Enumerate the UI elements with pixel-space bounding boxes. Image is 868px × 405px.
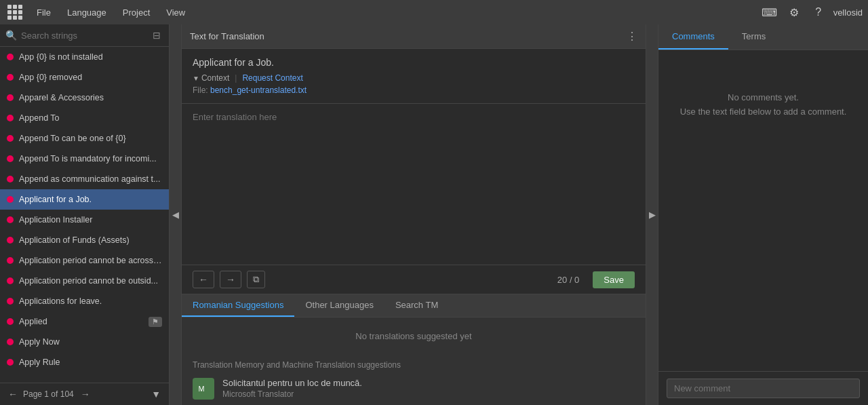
translation-panel-title: Text for Translation — [190, 31, 627, 41]
source-text-content: Applicant for a Job. — [193, 57, 635, 68]
translation-area — [182, 104, 646, 265]
suggestions-tab-other-languages[interactable]: Other Languages — [294, 294, 384, 317]
page-indicator: Page 1 of 104 — [23, 389, 74, 399]
suggestion-text[interactable]: Solicitantul pentru un loc de muncă. — [222, 378, 362, 388]
status-dot — [7, 318, 14, 325]
new-comment-input[interactable] — [667, 379, 860, 398]
suggestions-tabs: Romanian SuggestionsOther LanguagesSearc… — [182, 294, 646, 317]
sidebar-item-append-comm[interactable]: Append as communication against t... — [0, 169, 169, 189]
sidebar-item-applied[interactable]: Applied⚑ — [0, 311, 169, 332]
username: vellosid — [833, 7, 863, 18]
suggestion-item: M Solicitantul pentru un loc de muncă. M… — [182, 372, 646, 405]
menu-file[interactable]: File — [30, 5, 58, 20]
right-panel-tab-terms[interactable]: Terms — [728, 24, 779, 50]
sidebar-item-apparel[interactable]: Apparel & Accessories — [0, 88, 169, 108]
sidebar-footer: ← Page 1 of 104 → ▼ — [0, 383, 169, 405]
sidebar-item-append-to-one[interactable]: Append To can be one of {0} — [0, 128, 169, 149]
next-string-button[interactable]: → — [220, 271, 241, 288]
sidebar-item-app-not-installed[interactable]: App {0} is not installed — [0, 47, 169, 67]
sidebar-search-bar: 🔍 ⊟ — [0, 24, 169, 47]
sidebar-item-label: Append To — [19, 113, 162, 123]
status-dot — [7, 277, 14, 284]
right-panel-tabs: CommentsTerms — [658, 24, 868, 50]
file-label: File: — [193, 85, 208, 95]
sidebar-item-label: Application of Funds (Assets) — [19, 235, 162, 245]
character-counter: 20 / 0 — [557, 275, 580, 285]
right-panel-content: No comments yet. Use the text field belo… — [658, 50, 868, 371]
sidebar-item-apply-rule[interactable]: Apply Rule — [0, 352, 169, 372]
sidebar-item-label: App {0} removed — [19, 73, 162, 82]
save-button[interactable]: Save — [593, 271, 635, 288]
status-dot — [7, 298, 14, 305]
sidebar-item-label: Apparel & Accessories — [19, 93, 162, 102]
no-comments-line2: Use the text field below to add a commen… — [680, 105, 847, 119]
sidebar-item-label: Apply Rule — [19, 358, 162, 367]
prev-string-button[interactable]: ← — [193, 271, 214, 288]
sidebar-item-apply-now[interactable]: Apply Now — [0, 332, 169, 352]
status-dot — [7, 155, 14, 162]
more-options-button[interactable]: ⋮ — [627, 30, 637, 43]
file-row: File: bench_get-untranslated.txt — [193, 85, 635, 95]
sidebar-item-app-period-outside[interactable]: Application period cannot be outsid... — [0, 271, 169, 291]
filter-button[interactable]: ⊟ — [150, 28, 163, 42]
menu-view[interactable]: View — [159, 5, 192, 20]
svg-text:M: M — [199, 385, 205, 393]
right-panel-tab-comments[interactable]: Comments — [658, 24, 728, 50]
suggestion-source: Microsoft Translator — [222, 389, 362, 399]
sidebar-item-label: Application period cannot be across ... — [19, 256, 162, 265]
translation-toolbar: ← → ⧉ 20 / 0 Save — [182, 265, 646, 294]
suggestions-panel: Romanian SuggestionsOther LanguagesSearc… — [182, 294, 646, 405]
sidebar-item-app-period-across[interactable]: Application period cannot be across ... — [0, 250, 169, 271]
status-dot — [7, 54, 14, 60]
suggestions-tab-search-tm[interactable]: Search TM — [384, 294, 449, 317]
sidebar-item-app-installer[interactable]: Application Installer — [0, 210, 169, 230]
scroll-down-button[interactable]: ▼ — [150, 387, 162, 401]
sidebar-item-applicant[interactable]: Applicant for a Job. — [0, 189, 169, 210]
prev-page-button[interactable]: ← — [7, 387, 19, 401]
sidebar-item-append-to[interactable]: Append To — [0, 108, 169, 128]
context-label[interactable]: ▼ Context — [193, 73, 229, 83]
request-context-link[interactable]: Request Context — [242, 73, 302, 83]
next-page-button[interactable]: → — [79, 387, 92, 401]
expand-right-panel-button[interactable]: ▶ — [646, 24, 658, 405]
sidebar-item-label: Append as communication against t... — [19, 174, 162, 184]
keyboard-icon[interactable]: ⌨ — [760, 3, 779, 22]
sidebar-item-label: Append To is mandatory for incomi... — [19, 154, 162, 163]
status-dot — [7, 135, 14, 142]
sidebar-item-app-removed[interactable]: App {0} removed — [0, 67, 169, 88]
menu-language[interactable]: Language — [60, 5, 113, 20]
apps-icon[interactable] — [5, 3, 24, 22]
sidebar-item-label: Apply Now — [19, 337, 162, 347]
sidebar: 🔍 ⊟ App {0} is not installedApp {0} remo… — [0, 24, 170, 405]
status-dot — [7, 216, 14, 223]
collapse-sidebar-button[interactable]: ◀ — [170, 24, 182, 405]
main-layout: 🔍 ⊟ App {0} is not installedApp {0} remo… — [0, 24, 868, 405]
sidebar-item-label: Append To can be one of {0} — [19, 134, 162, 143]
sidebar-item-append-to-mandatory[interactable]: Append To is mandatory for incomi... — [0, 149, 169, 169]
center-panel: Text for Translation ⋮ Applicant for a J… — [182, 24, 646, 405]
item-badge: ⚑ — [149, 317, 162, 327]
comment-footer — [658, 371, 868, 405]
translation-input[interactable] — [193, 112, 635, 166]
sidebar-item-label: App {0} is not installed — [19, 52, 162, 62]
sidebar-list: App {0} is not installedApp {0} removedA… — [0, 47, 169, 383]
settings-icon[interactable]: ⚙ — [785, 3, 804, 22]
sidebar-item-apps-leave[interactable]: Applications for leave. — [0, 291, 169, 311]
copy-source-button[interactable]: ⧉ — [247, 271, 265, 288]
search-input[interactable] — [21, 31, 146, 41]
sidebar-item-label: Application Installer — [19, 215, 162, 225]
file-link[interactable]: bench_get-untranslated.txt — [210, 85, 307, 95]
context-row: ▼ Context | Request Context — [193, 73, 635, 83]
sidebar-item-label: Application period cannot be outsid... — [19, 276, 162, 286]
sidebar-item-label: Applicant for a Job. — [19, 195, 162, 204]
sidebar-item-app-funds[interactable]: Application of Funds (Assets) — [0, 230, 169, 250]
status-dot — [7, 359, 14, 366]
help-icon[interactable]: ? — [809, 3, 828, 22]
no-comments-message: No comments yet. Use the text field belo… — [680, 91, 847, 119]
menu-project[interactable]: Project — [116, 5, 157, 20]
status-dot — [7, 196, 14, 203]
tm-label: Translation Memory and Machine Translati… — [182, 355, 646, 372]
suggestions-tab-romanian[interactable]: Romanian Suggestions — [182, 294, 294, 317]
status-dot — [7, 339, 14, 345]
no-translations-text: No translations suggested yet — [193, 326, 635, 347]
